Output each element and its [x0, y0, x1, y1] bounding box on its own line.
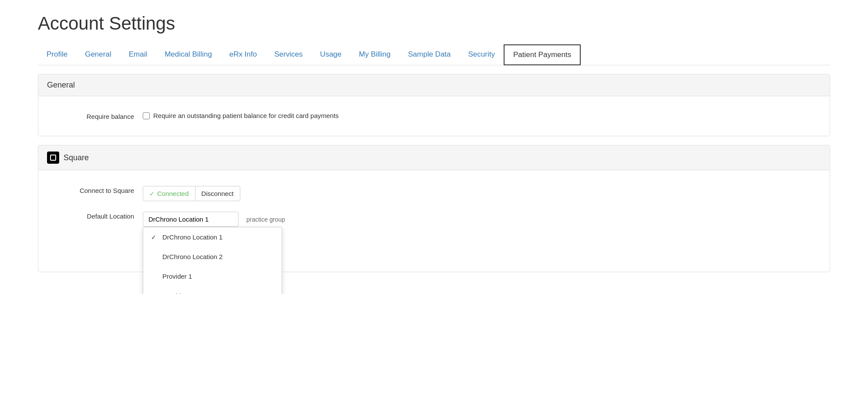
- require-balance-label: Require balance: [47, 112, 143, 120]
- general-section-header: General: [38, 74, 830, 96]
- dropdown-item-loc1-label: DrChrono Location 1: [162, 233, 222, 241]
- location-dropdown-wrapper: DrChrono Location 1 DrChrono Location 2 …: [143, 212, 239, 227]
- general-section-body: Require balance Require an outstanding p…: [38, 96, 830, 136]
- checkmark-icon: ✓: [151, 234, 158, 241]
- require-balance-row: Require balance Require an outstanding p…: [47, 107, 821, 125]
- general-section: General Require balance Require an outst…: [38, 74, 830, 136]
- square-section-body: Connect to Square ✓ Connected Disconnect: [38, 170, 830, 272]
- dropdown-item-prov1[interactable]: Provider 1: [143, 266, 282, 286]
- tab-profile[interactable]: Profile: [38, 45, 76, 65]
- dropdown-item-prov1-label: Provider 1: [162, 273, 192, 280]
- square-section: Square Connect to Square ✓ Connected Dis…: [38, 145, 830, 272]
- require-balance-text: Require an outstanding patient balance f…: [153, 112, 339, 119]
- dropdown-item-loc2[interactable]: DrChrono Location 2: [143, 247, 282, 266]
- square-section-title: Square: [64, 153, 89, 162]
- tab-usage[interactable]: Usage: [311, 45, 350, 65]
- connected-group: ✓ Connected Disconnect: [143, 186, 240, 201]
- tab-services[interactable]: Services: [266, 45, 311, 65]
- update-button-label-spacer: [47, 236, 143, 236]
- connect-to-square-label: Connect to Square: [47, 186, 143, 194]
- checkmark-placeholder: [151, 253, 158, 260]
- check-green-icon: ✓: [149, 190, 155, 197]
- tab-email[interactable]: Email: [120, 45, 156, 65]
- content-area: General Require balance Require an outst…: [38, 65, 830, 272]
- default-location-control: DrChrono Location 1 DrChrono Location 2 …: [143, 212, 821, 227]
- default-location-label: Default Location: [47, 212, 143, 220]
- connect-to-square-control: ✓ Connected Disconnect: [143, 186, 821, 201]
- connected-text: Connected: [157, 190, 189, 197]
- tab-patient-payments[interactable]: Patient Payments: [504, 44, 581, 65]
- default-location-row: Default Location DrChrono Location 1 DrC…: [47, 206, 821, 232]
- tab-sample-data[interactable]: Sample Data: [399, 45, 459, 65]
- connect-to-square-row: Connect to Square ✓ Connected Disconnect: [47, 181, 821, 206]
- dropdown-menu: ✓ DrChrono Location 1 DrChrono Location …: [143, 227, 282, 294]
- page-title: Account Settings: [38, 13, 830, 34]
- require-balance-checkbox-label[interactable]: Require an outstanding patient balance f…: [143, 112, 339, 119]
- nav-tabs: Profile General Email Medical Billing eR…: [38, 44, 830, 65]
- checkmark-placeholder-2: [151, 273, 158, 280]
- tab-medical-billing[interactable]: Medical Billing: [156, 45, 221, 65]
- disconnect-button[interactable]: Disconnect: [195, 186, 240, 201]
- checkmark-placeholder-3: [151, 293, 158, 294]
- tab-general[interactable]: General: [76, 45, 120, 65]
- tab-erx-info[interactable]: eRx Info: [221, 45, 266, 65]
- square-icon-inner: [50, 155, 56, 161]
- square-section-header: Square: [38, 145, 830, 170]
- dropdown-item-loc1[interactable]: ✓ DrChrono Location 1: [143, 227, 282, 247]
- dropdown-item-loc2-label: DrChrono Location 2: [162, 253, 222, 260]
- require-balance-checkbox[interactable]: [143, 112, 150, 119]
- tab-security[interactable]: Security: [460, 45, 504, 65]
- practice-group-text: practice group: [246, 216, 285, 223]
- location-select[interactable]: DrChrono Location 1 DrChrono Location 2 …: [143, 212, 239, 227]
- tab-my-billing[interactable]: My Billing: [350, 45, 400, 65]
- square-logo-icon: [47, 152, 59, 164]
- dropdown-item-prov2[interactable]: Provider 2: [143, 286, 282, 294]
- require-balance-control: Require an outstanding patient balance f…: [143, 112, 821, 119]
- dropdown-item-prov2-label: Provider 2: [162, 292, 192, 294]
- general-section-title: General: [47, 81, 75, 90]
- connected-status-button: ✓ Connected: [143, 186, 195, 201]
